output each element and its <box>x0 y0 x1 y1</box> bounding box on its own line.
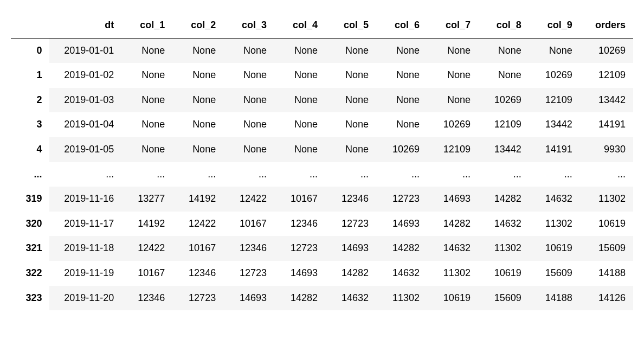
cell: 2019-01-03 <box>49 88 121 113</box>
cell: 10619 <box>427 286 478 311</box>
cell: ... <box>478 162 529 187</box>
cell: None <box>478 63 529 88</box>
cell: 2019-11-18 <box>49 236 121 261</box>
cell: None <box>325 63 376 88</box>
col-header-dt: dt <box>49 13 121 38</box>
cell: 12422 <box>223 187 274 212</box>
index-header <box>11 13 49 38</box>
cell: ... <box>49 162 121 187</box>
cell: 14693 <box>376 212 427 236</box>
cell: None <box>478 38 529 63</box>
col-header-col_7: col_7 <box>427 13 478 38</box>
row-index: ... <box>11 162 49 187</box>
cell: ... <box>580 162 633 187</box>
cell: ... <box>376 162 427 187</box>
cell: 13442 <box>529 112 580 137</box>
cell: ... <box>529 162 580 187</box>
cell: None <box>274 137 325 162</box>
cell: None <box>274 112 325 137</box>
cell: 9930 <box>580 137 633 162</box>
cell: 12109 <box>580 63 633 88</box>
dataframe-table: dt col_1 col_2 col_3 col_4 col_5 col_6 c… <box>11 13 633 310</box>
cell: 2019-01-02 <box>49 63 121 88</box>
col-header-col_1: col_1 <box>121 13 172 38</box>
cell: 14126 <box>580 286 633 311</box>
cell: None <box>172 63 223 88</box>
row-index: 322 <box>11 261 49 286</box>
cell: 2019-11-17 <box>49 212 121 236</box>
cell: 12346 <box>274 212 325 236</box>
col-header-col_3: col_3 <box>223 13 274 38</box>
cell: 13442 <box>580 88 633 113</box>
cell: None <box>121 112 172 137</box>
cell: ... <box>427 162 478 187</box>
cell: 12346 <box>172 261 223 286</box>
cell: None <box>223 38 274 63</box>
cell: 14693 <box>274 261 325 286</box>
cell: 10619 <box>478 261 529 286</box>
cell: 14192 <box>121 212 172 236</box>
cell: None <box>223 88 274 113</box>
cell: None <box>172 38 223 63</box>
cell: 14282 <box>325 261 376 286</box>
cell: 11302 <box>427 261 478 286</box>
cell: 14282 <box>478 187 529 212</box>
cell: 12346 <box>325 187 376 212</box>
cell: ... <box>121 162 172 187</box>
cell: 14282 <box>427 212 478 236</box>
cell: None <box>274 88 325 113</box>
cell: 12723 <box>274 236 325 261</box>
cell: None <box>274 38 325 63</box>
cell: 10167 <box>274 187 325 212</box>
cell: 10269 <box>529 63 580 88</box>
header-row: dt col_1 col_2 col_3 col_4 col_5 col_6 c… <box>11 13 633 38</box>
cell: 15609 <box>529 261 580 286</box>
row-index: 3 <box>11 112 49 137</box>
cell: None <box>223 63 274 88</box>
col-header-col_4: col_4 <box>274 13 325 38</box>
table-row: 2 2019-01-03 None None None None None No… <box>11 88 633 113</box>
cell: 12346 <box>223 236 274 261</box>
cell: 10167 <box>172 236 223 261</box>
cell: 11302 <box>376 286 427 311</box>
cell: 12346 <box>121 286 172 311</box>
cell: None <box>121 88 172 113</box>
cell: 2019-11-20 <box>49 286 121 311</box>
cell: None <box>427 63 478 88</box>
cell: None <box>325 38 376 63</box>
cell: 2019-11-16 <box>49 187 121 212</box>
row-index: 2 <box>11 88 49 113</box>
cell: None <box>376 38 427 63</box>
table-row: 319 2019-11-16 13277 14192 12422 10167 1… <box>11 187 633 212</box>
cell: None <box>121 137 172 162</box>
cell: 2019-01-04 <box>49 112 121 137</box>
table-row: 321 2019-11-18 12422 10167 12346 12723 1… <box>11 236 633 261</box>
row-index: 323 <box>11 286 49 311</box>
cell: 14632 <box>325 286 376 311</box>
col-header-col_8: col_8 <box>478 13 529 38</box>
cell: None <box>325 137 376 162</box>
cell: None <box>223 112 274 137</box>
table-row: 3 2019-01-04 None None None None None No… <box>11 112 633 137</box>
cell: 10619 <box>529 236 580 261</box>
cell: 14282 <box>274 286 325 311</box>
cell: 12723 <box>172 286 223 311</box>
cell: 2019-11-19 <box>49 261 121 286</box>
table-row: 320 2019-11-17 14192 12422 10167 12346 1… <box>11 212 633 236</box>
cell: None <box>274 63 325 88</box>
cell: 14693 <box>223 286 274 311</box>
cell: 14188 <box>529 286 580 311</box>
cell: 14693 <box>325 236 376 261</box>
cell: None <box>223 137 274 162</box>
cell: 10269 <box>427 112 478 137</box>
cell: 14192 <box>172 187 223 212</box>
cell: 12422 <box>172 212 223 236</box>
table-row: 4 2019-01-05 None None None None None 10… <box>11 137 633 162</box>
table-row: 1 2019-01-02 None None None None None No… <box>11 63 633 88</box>
cell: 15609 <box>580 236 633 261</box>
cell: None <box>172 88 223 113</box>
cell: 10269 <box>376 137 427 162</box>
cell: 13277 <box>121 187 172 212</box>
cell: 14191 <box>580 112 633 137</box>
cell: 10269 <box>478 88 529 113</box>
